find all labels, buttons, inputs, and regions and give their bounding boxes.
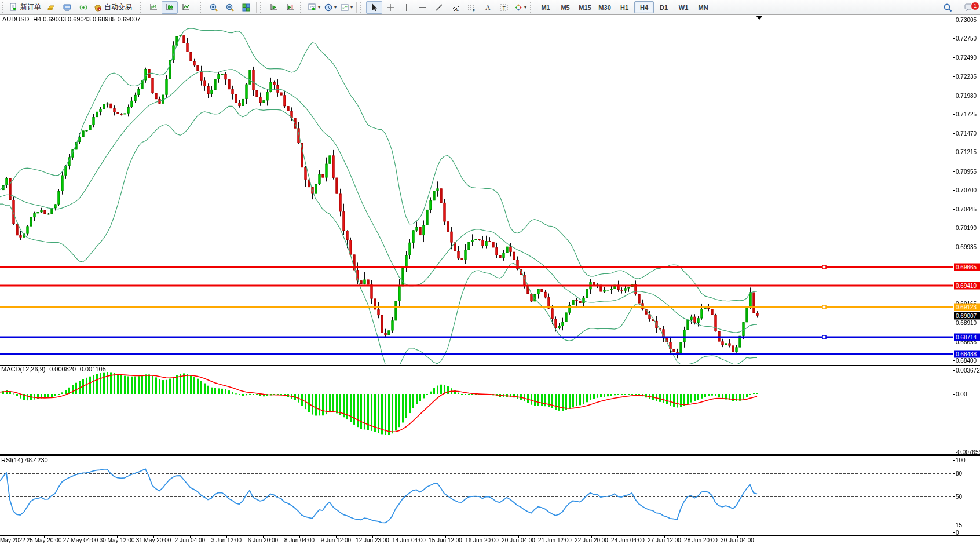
line-studies-toolbar-grip[interactable] [360,2,364,13]
price-line-label: 0.69123 [954,303,980,311]
timeframe-w1-button[interactable]: W1 [674,1,693,13]
time-axis-label: May 2022 [0,537,25,543]
toolbar-separator [256,2,257,13]
signals-button[interactable] [75,1,92,14]
time-axis-label: 15 Jun 12:00 [429,537,462,543]
channel-icon: E [451,3,460,12]
periods-toolbar-grip[interactable] [530,2,533,13]
time-axis-label: 8 Jun 04:00 [284,537,315,543]
timeframe-m30-button[interactable]: M30 [595,1,615,13]
candlestick-chart-button[interactable] [162,1,178,14]
toolbar-separator [356,2,357,13]
signals-icon [79,3,88,12]
zoom-out-button[interactable] [222,1,238,14]
timeframe-h4-button[interactable]: H4 [634,1,654,13]
price-axis-tick-label: 0.71215 [956,149,977,155]
bar-chart-button[interactable] [145,1,162,14]
templates-button-dropdown-arrow-icon[interactable]: ▾ [350,5,353,10]
toolbar-separator [196,2,196,13]
auto-scroll-button[interactable] [266,1,282,14]
indicators-icon [308,3,317,12]
main-toolbar: 新订单自动交易▾▾▾EFAT▾M1M5M15M30H1H4D1W1MN1 [0,0,980,15]
horizontal-line-button[interactable] [415,1,431,14]
crosshair-button[interactable] [382,1,398,14]
terminal-button[interactable] [59,1,75,14]
time-axis-label: 3 Jun 12:00 [211,537,242,543]
indicators-button[interactable]: ▾ [306,1,322,14]
chart-shift-marker-icon [756,16,763,20]
templates-button[interactable]: ▾ [338,1,354,14]
price-axis-tick-label: 0.72750 [956,35,977,42]
price-axis-tick-label: 0.70955 [956,168,977,174]
timeframe-d1-button[interactable]: D1 [654,1,674,13]
time-axis-label: 30 Jun 04:00 [721,537,754,543]
indicators-button-dropdown-arrow-icon[interactable]: ▾ [318,5,320,10]
rsi-axis-label: 0 [956,530,959,536]
chart-shift-button[interactable] [282,1,298,14]
time-axis-label: 25 May 20:00 [27,537,62,543]
new-order-button[interactable]: 新订单 [8,1,43,14]
price-axis-tick-label: 0.73005 [956,16,977,23]
time-axis-label: 28 Jun 20:00 [684,537,718,543]
timeframe-mn-button[interactable]: MN [693,1,713,13]
macd-axis-label: 0.00 [956,391,967,397]
chart-shift-icon [286,3,295,12]
tile-windows-icon [242,3,251,12]
price-axis-tick-label: 0.72235 [956,74,977,80]
rsi-axis-label: 100 [956,457,966,463]
vline-icon [402,3,411,12]
terminal-icon [63,3,72,12]
arrows-button-dropdown-arrow-icon[interactable]: ▾ [524,5,526,10]
auto-trading-icon [93,3,103,12]
time-axis-label: 20 Jun 04:00 [502,537,535,543]
trendline-icon [434,3,444,12]
scroll-toolbar-grip[interactable] [260,2,264,13]
fibonacci-button[interactable]: F [463,1,480,14]
equidistant-channel-button[interactable]: E [447,1,463,14]
text-label-button[interactable]: T [496,1,512,14]
timeframe-m15-button[interactable]: M15 [575,1,595,13]
gold-bar-icon [46,3,56,12]
toolbar-separator [136,2,136,13]
timeframe-h1-button[interactable]: H1 [615,1,634,13]
standard-toolbar-grip[interactable] [2,2,5,13]
chat-button[interactable]: 1 [960,1,977,14]
svg-text:F: F [473,9,475,12]
price-axis-tick-label: 0.68910 [956,320,977,326]
timeframe-m5-button[interactable]: M5 [555,1,575,13]
arrows-button[interactable]: ▾ [512,1,528,14]
price-line-label: 0.69007 [954,312,980,319]
cursor-button[interactable] [366,1,382,14]
text-button[interactable]: A [480,1,496,14]
bar-chart-icon [149,3,158,12]
macd-axis-label: 0.003672 [956,367,980,374]
arrows-icon [514,3,523,12]
search-button[interactable] [939,1,956,14]
zoom-in-button[interactable] [206,1,222,14]
chart-types-toolbar-grip[interactable] [140,2,143,13]
zoom-toolbar-grip[interactable] [200,2,203,13]
text-a-icon: A [483,3,492,12]
rsi-indicator-label: RSI(14) 48.4230 [1,457,48,463]
insert-toolbar-grip[interactable] [300,2,303,13]
tile-windows-button[interactable] [238,1,254,14]
line-chart-icon [181,3,191,12]
time-axis-label: 2 Jun 04:00 [175,537,205,543]
hline-icon [418,3,427,12]
main-chart-canvas[interactable] [0,0,980,544]
gold-bar-button[interactable] [43,1,59,14]
line-chart-button[interactable] [178,1,194,14]
periods-button-dropdown-arrow-icon[interactable]: ▾ [334,5,337,10]
periods-button[interactable]: ▾ [322,1,338,14]
vertical-line-button[interactable] [398,1,415,14]
timeframe-m1-button[interactable]: M1 [536,1,555,13]
price-axis-tick-label: 0.69935 [956,244,977,250]
auto-trading-button[interactable]: 自动交易 [92,1,134,14]
trendline-button[interactable] [431,1,447,14]
zoom-out-icon [225,3,235,12]
price-axis-tick-label: 0.70445 [956,206,977,212]
price-line-label: 0.68714 [954,334,980,341]
price-axis-tick-label: 0.71470 [956,130,977,136]
price-axis-tick-label: 0.70190 [956,225,977,231]
time-axis-label: 27 Jun 12:00 [648,537,681,543]
